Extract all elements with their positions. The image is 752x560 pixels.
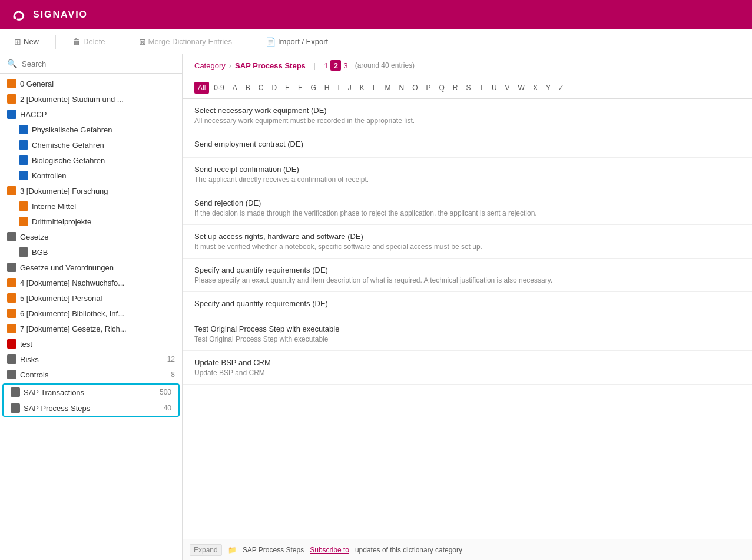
folder-icon <box>7 293 16 303</box>
list-item[interactable]: Update BSP and CRMUpdate BSP and CRM <box>183 351 752 385</box>
entry-title: Send employment contract (DE) <box>194 140 740 148</box>
list-item[interactable]: Test Original Process Step with executab… <box>183 317 752 351</box>
category-icon: 📁 <box>228 546 237 554</box>
sidebar-item-7dokumente[interactable]: 7 [Dokumente] Gesetze, Rich... <box>0 321 182 336</box>
content-area: Category › SAP Process Steps | 1 2 3 (ar… <box>183 54 752 560</box>
alpha-btn-k[interactable]: K <box>356 82 368 94</box>
sidebar-item-interne[interactable]: Interne Mittel <box>0 198 182 214</box>
alpha-btn-q[interactable]: Q <box>436 82 448 94</box>
sidebar-search-bar: 🔍 <box>0 54 182 74</box>
sidebar-item-5dokumente[interactable]: 5 [Dokumente] Personal <box>0 290 182 306</box>
list-item[interactable]: Set up access rights, hardware and softw… <box>183 225 752 259</box>
footer: Expand 📁 SAP Process Steps Subscribe to … <box>183 539 752 560</box>
alpha-btn-c[interactable]: C <box>255 82 267 94</box>
list-item[interactable]: Send receipt confirmation (DE)The applic… <box>183 158 752 191</box>
sidebar-item-4dokumente[interactable]: 4 [Dokumente] Nachwuchsfo... <box>0 275 182 290</box>
folder-icon <box>19 140 28 150</box>
alpha-btn-n[interactable]: N <box>395 82 408 94</box>
alpha-btn-v[interactable]: V <box>502 82 514 94</box>
entry-description: Update BSP and CRM <box>194 369 740 377</box>
folder-icon <box>19 171 28 180</box>
alpha-filter-bar: All0-9ABCDEFGHIJKLMNOPQRSTUVWXYZ <box>183 77 752 99</box>
sidebar-item-3dokumente[interactable]: 3 [Dokumente] Forschung <box>0 183 182 198</box>
alpha-btn-m[interactable]: M <box>381 82 394 94</box>
sidebar-item-test[interactable]: test <box>0 336 182 352</box>
alpha-btn-w[interactable]: W <box>515 82 528 94</box>
alpha-btn-h[interactable]: H <box>321 82 333 94</box>
folder-icon <box>11 387 20 397</box>
folder-icon <box>7 94 16 104</box>
entry-description: The applicant directly receives a confir… <box>194 175 740 184</box>
list-item[interactable]: Specify and quantify requirements (DE) <box>183 292 752 317</box>
alpha-btn-p[interactable]: P <box>423 82 435 94</box>
sidebar-item-gesetze-verordnungen[interactable]: Gesetze und Verordnungen <box>0 260 182 275</box>
list-item[interactable]: Send rejection (DE)If the decision is ma… <box>183 191 752 225</box>
alpha-btn-d[interactable]: D <box>268 82 280 94</box>
breadcrumb-category[interactable]: Category <box>194 61 226 70</box>
delete-icon: 🗑 <box>72 37 81 47</box>
sidebar-item-risks[interactable]: Risks 12 <box>0 352 182 367</box>
import-export-icon: 📄 <box>266 37 276 47</box>
alpha-btn-y[interactable]: Y <box>542 82 554 94</box>
alpha-btn-e[interactable]: E <box>281 82 293 94</box>
sidebar-item-physikalische[interactable]: Physikalische Gefahren <box>0 122 182 137</box>
entry-description: Please specify an exact quantity and ite… <box>194 276 740 284</box>
alpha-btn-x[interactable]: X <box>529 82 541 94</box>
sidebar-item-gesetze[interactable]: Gesetze <box>0 229 182 244</box>
list-item[interactable]: Select necessary work equipment (DE)All … <box>183 99 752 132</box>
entry-title: Test Original Process Step with executab… <box>194 324 740 333</box>
search-input[interactable] <box>22 59 175 68</box>
sidebar-item-chemische[interactable]: Chemische Gefahren <box>0 137 182 153</box>
delete-button[interactable]: 🗑 Delete <box>68 35 110 49</box>
signavio-logo-icon <box>9 5 28 24</box>
sidebar-item-6dokumente[interactable]: 6 [Dokumente] Bibliothek, Inf... <box>0 306 182 321</box>
page-1[interactable]: 1 <box>324 61 328 70</box>
subscribe-link[interactable]: Subscribe to <box>310 546 349 554</box>
alpha-btn-t[interactable]: T <box>476 82 487 94</box>
entry-count: (around 40 entries) <box>355 61 415 69</box>
sidebar-item-drittmittel[interactable]: Drittmittelprojekte <box>0 214 182 229</box>
sidebar-item-2dokumente[interactable]: 2 [Dokumente] Studium und ... <box>0 91 182 107</box>
alpha-btn-l[interactable]: L <box>369 82 380 94</box>
entry-title: Update BSP and CRM <box>194 358 740 367</box>
footer-subscribe-suffix: updates of this dictionary category <box>355 546 462 554</box>
alpha-btn-z[interactable]: Z <box>555 82 567 94</box>
folder-icon <box>19 201 28 211</box>
sidebar-item-sap-transactions[interactable]: SAP Transactions 500 <box>4 385 178 400</box>
alpha-btn-all[interactable]: All <box>194 82 209 94</box>
import-export-button[interactable]: 📄 Import / Export <box>261 35 333 49</box>
alpha-btn-b[interactable]: B <box>242 82 254 94</box>
sidebar-item-bgb[interactable]: BGB <box>0 244 182 260</box>
folder-icon <box>7 263 16 272</box>
alpha-btn-s[interactable]: S <box>463 82 475 94</box>
alpha-btn-i[interactable]: I <box>334 82 343 94</box>
sidebar-item-kontrollen[interactable]: Kontrollen <box>0 168 182 183</box>
page-2-active[interactable]: 2 <box>330 60 341 71</box>
breadcrumb-current: SAP Process Steps <box>235 61 306 70</box>
sidebar-item-0general[interactable]: 0 General <box>0 76 182 91</box>
page-3[interactable]: 3 <box>343 61 347 70</box>
list-item[interactable]: Send employment contract (DE) <box>183 132 752 158</box>
merge-button[interactable]: ⊠ Merge Dictionary Entries <box>134 35 237 49</box>
alpha-btn-u[interactable]: U <box>488 82 501 94</box>
alpha-btn-f[interactable]: F <box>294 82 306 94</box>
expand-button[interactable]: Expand <box>190 544 222 556</box>
sidebar-item-controls[interactable]: Controls 8 <box>0 367 182 382</box>
alpha-btn-o[interactable]: O <box>409 82 421 94</box>
entries-list: Select necessary work equipment (DE)All … <box>183 99 752 539</box>
alpha-btn-0-9[interactable]: 0-9 <box>210 82 227 94</box>
folder-icon <box>7 278 16 287</box>
alpha-btn-a[interactable]: A <box>229 82 241 94</box>
folder-icon <box>7 324 16 333</box>
sidebar-item-sap-process-steps[interactable]: SAP Process Steps 40 <box>4 400 178 416</box>
toolbar-divider-2 <box>122 35 122 49</box>
breadcrumb-separator: › <box>229 61 231 70</box>
new-button[interactable]: ⊞ New <box>9 35 44 49</box>
alpha-btn-j[interactable]: J <box>344 82 355 94</box>
entry-title: Specify and quantify requirements (DE) <box>194 266 740 274</box>
sidebar-item-biologische[interactable]: Biologische Gefahren <box>0 153 182 168</box>
list-item[interactable]: Specify and quantify requirements (DE)Pl… <box>183 259 752 292</box>
alpha-btn-r[interactable]: R <box>449 82 462 94</box>
alpha-btn-g[interactable]: G <box>307 82 319 94</box>
sidebar-item-haccp[interactable]: HACCP <box>0 107 182 122</box>
